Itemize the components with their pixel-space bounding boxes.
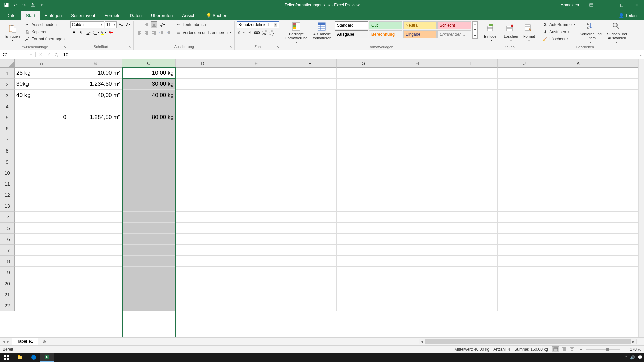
cell-J19[interactable] bbox=[498, 267, 551, 278]
cell-K8[interactable] bbox=[551, 145, 605, 156]
cell-H2[interactable] bbox=[390, 79, 444, 90]
tray-volume-icon[interactable]: 🔊 bbox=[630, 355, 635, 360]
cell-H12[interactable] bbox=[390, 189, 444, 200]
cell-B4[interactable] bbox=[68, 101, 122, 112]
cut-button[interactable]: ✂Ausschneiden bbox=[23, 21, 66, 28]
cell-I1[interactable] bbox=[444, 68, 498, 79]
cell-B14[interactable] bbox=[68, 212, 122, 223]
tab-uberprufen[interactable]: Überprüfen bbox=[146, 11, 177, 20]
cell-C17[interactable] bbox=[122, 245, 176, 256]
row-header-14[interactable]: 14 bbox=[0, 212, 15, 223]
cell-A8[interactable] bbox=[15, 145, 68, 156]
row-header-9[interactable]: 9 bbox=[0, 156, 15, 167]
cell-I11[interactable] bbox=[444, 178, 498, 189]
cell-K6[interactable] bbox=[551, 123, 605, 134]
cell-G16[interactable] bbox=[337, 234, 390, 245]
cell-F9[interactable] bbox=[283, 156, 337, 167]
cell-A13[interactable] bbox=[15, 200, 68, 212]
cell-F10[interactable] bbox=[283, 167, 337, 178]
cell-D2[interactable] bbox=[176, 79, 229, 90]
cell-K11[interactable] bbox=[551, 178, 605, 189]
align-bottom-button[interactable] bbox=[151, 21, 157, 28]
number-format-combo[interactable]: Benutzerdefiniert▾ bbox=[237, 21, 279, 28]
row-header-1[interactable]: 1 bbox=[0, 68, 15, 79]
number-launcher[interactable]: ⤡ bbox=[276, 45, 280, 49]
tab-ansicht[interactable]: Ansicht bbox=[177, 11, 201, 20]
column-header-D[interactable]: D bbox=[176, 59, 229, 68]
cell-C12[interactable] bbox=[122, 189, 176, 200]
cell-D16[interactable] bbox=[176, 234, 229, 245]
cell-C4[interactable] bbox=[122, 101, 176, 112]
cell-K5[interactable] bbox=[551, 112, 605, 123]
tab-einfugen[interactable]: Einfügen bbox=[40, 11, 66, 20]
cell-J16[interactable] bbox=[498, 234, 551, 245]
cell-C6[interactable] bbox=[122, 123, 176, 134]
cell-I5[interactable] bbox=[444, 112, 498, 123]
cell-C21[interactable] bbox=[122, 289, 176, 300]
cell-J3[interactable] bbox=[498, 90, 551, 101]
cell-J22[interactable] bbox=[498, 300, 551, 311]
cell-G5[interactable] bbox=[337, 112, 390, 123]
cell-K19[interactable] bbox=[551, 267, 605, 278]
style-standard[interactable]: Standard bbox=[335, 21, 368, 29]
cell-I8[interactable] bbox=[444, 145, 498, 156]
cell-F5[interactable] bbox=[283, 112, 337, 123]
conditional-formatting-button[interactable]: Bedingte Formatierung▾ bbox=[283, 21, 309, 44]
cell-F3[interactable] bbox=[283, 90, 337, 101]
format-as-table-button[interactable]: Als Tabelle formatieren▾ bbox=[311, 21, 333, 44]
increase-indent-button[interactable] bbox=[165, 29, 172, 36]
tab-seitenlayout[interactable]: Seitenlayout bbox=[66, 11, 100, 20]
cell-I9[interactable] bbox=[444, 156, 498, 167]
cell-F6[interactable] bbox=[283, 123, 337, 134]
cell-H13[interactable] bbox=[390, 200, 444, 212]
cell-I20[interactable] bbox=[444, 278, 498, 289]
view-normal-button[interactable] bbox=[552, 346, 559, 352]
style-gut[interactable]: Gut bbox=[369, 21, 402, 29]
cell-C16[interactable] bbox=[122, 234, 176, 245]
row-header-6[interactable]: 6 bbox=[0, 123, 15, 134]
align-middle-button[interactable] bbox=[143, 21, 150, 28]
format-painter-button[interactable]: 🖌Format übertragen bbox=[23, 36, 66, 42]
cell-D12[interactable] bbox=[176, 189, 229, 200]
cell-B21[interactable] bbox=[68, 289, 122, 300]
cell-H18[interactable] bbox=[390, 256, 444, 267]
cell-B8[interactable] bbox=[68, 145, 122, 156]
cell-E1[interactable] bbox=[229, 68, 283, 79]
cell-E10[interactable] bbox=[229, 167, 283, 178]
cell-J21[interactable] bbox=[498, 289, 551, 300]
cell-I18[interactable] bbox=[444, 256, 498, 267]
cell-G21[interactable] bbox=[337, 289, 390, 300]
cell-C5[interactable]: 80,00 kg bbox=[122, 112, 176, 123]
cell-E13[interactable] bbox=[229, 200, 283, 212]
cell-D17[interactable] bbox=[176, 245, 229, 256]
cell-K21[interactable] bbox=[551, 289, 605, 300]
cell-J13[interactable] bbox=[498, 200, 551, 212]
enter-fx-button[interactable]: ✓ bbox=[45, 52, 53, 57]
cell-H8[interactable] bbox=[390, 145, 444, 156]
cell-A15[interactable] bbox=[15, 223, 68, 234]
cell-B12[interactable] bbox=[68, 189, 122, 200]
cell-E21[interactable] bbox=[229, 289, 283, 300]
cell-K7[interactable] bbox=[551, 134, 605, 145]
cell-D13[interactable] bbox=[176, 200, 229, 212]
cell-C20[interactable] bbox=[122, 278, 176, 289]
sheet-nav-next[interactable]: ▶ bbox=[7, 340, 9, 343]
minimize-button[interactable]: ─ bbox=[599, 0, 614, 10]
name-box[interactable]: C1▾ bbox=[1, 51, 33, 58]
cell-B2[interactable]: 1.234,50 m² bbox=[68, 79, 122, 90]
cell-J15[interactable] bbox=[498, 223, 551, 234]
insert-cells-button[interactable]: Einfügen▾ bbox=[482, 21, 500, 44]
cell-G9[interactable] bbox=[337, 156, 390, 167]
increase-decimal-button[interactable]: ←,0,00 bbox=[261, 29, 268, 36]
cell-K3[interactable] bbox=[551, 90, 605, 101]
row-header-21[interactable]: 21 bbox=[0, 289, 15, 300]
signin-link[interactable]: Anmelden bbox=[556, 3, 584, 7]
cell-H9[interactable] bbox=[390, 156, 444, 167]
cell-J4[interactable] bbox=[498, 101, 551, 112]
cell-I7[interactable] bbox=[444, 134, 498, 145]
cell-K16[interactable] bbox=[551, 234, 605, 245]
row-header-16[interactable]: 16 bbox=[0, 234, 15, 245]
cell-B22[interactable] bbox=[68, 300, 122, 311]
font-size-combo[interactable]: 11▾ bbox=[105, 21, 117, 28]
cell-D9[interactable] bbox=[176, 156, 229, 167]
